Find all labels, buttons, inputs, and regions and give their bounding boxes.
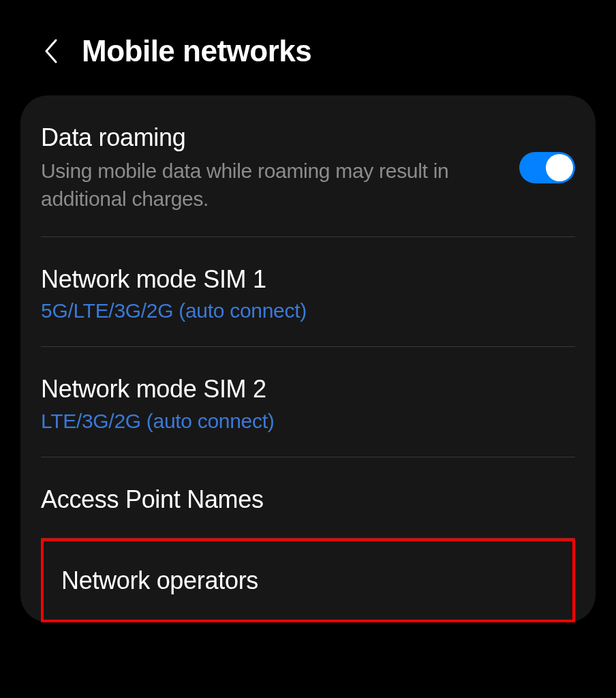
page-title: Mobile networks: [82, 34, 311, 68]
setting-network-mode-sim2[interactable]: Network mode SIM 2 LTE/3G/2G (auto conne…: [20, 347, 596, 456]
toggle-thumb: [546, 154, 573, 181]
setting-data-roaming[interactable]: Data roaming Using mobile data while roa…: [20, 95, 596, 237]
data-roaming-toggle[interactable]: [519, 152, 575, 183]
setting-access-point-names[interactable]: Access Point Names: [20, 457, 596, 538]
setting-title: Network operators: [61, 566, 572, 595]
setting-network-mode-sim1[interactable]: Network mode SIM 1 5G/LTE/3G/2G (auto co…: [20, 237, 596, 346]
setting-title: Data roaming: [41, 123, 499, 152]
setting-content: Data roaming Using mobile data while roa…: [41, 123, 499, 213]
setting-value: 5G/LTE/3G/2G (auto connect): [41, 299, 575, 322]
setting-subtitle: Using mobile data while roaming may resu…: [41, 157, 499, 213]
setting-title: Access Point Names: [41, 485, 575, 514]
header: Mobile networks: [0, 0, 616, 95]
setting-network-operators[interactable]: Network operators: [41, 538, 575, 622]
back-icon[interactable]: [41, 36, 61, 66]
settings-panel: Data roaming Using mobile data while roa…: [20, 95, 596, 622]
setting-value: LTE/3G/2G (auto connect): [41, 410, 575, 433]
setting-title: Network mode SIM 2: [41, 374, 575, 404]
setting-title: Network mode SIM 1: [41, 264, 575, 294]
